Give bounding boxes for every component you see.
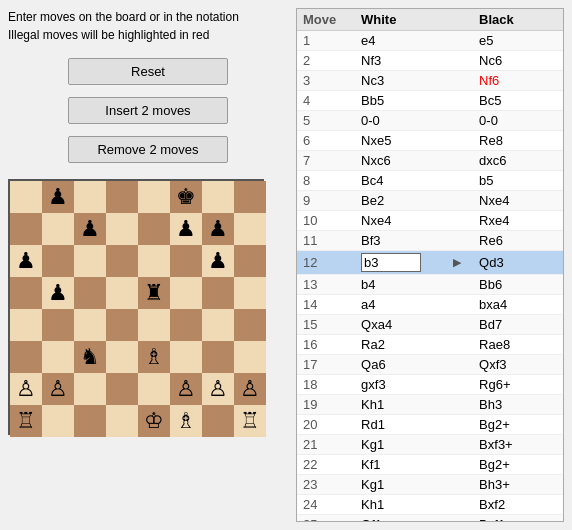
table-row[interactable]: 25Qf1Bxf1 [297,515,563,522]
square-0-1[interactable]: ♟ [42,181,74,213]
white-move[interactable]: Nxe4 [355,211,447,231]
black-move[interactable]: Nc6 [473,51,563,71]
square-4-7[interactable] [234,309,266,341]
square-0-2[interactable] [74,181,106,213]
square-0-6[interactable] [202,181,234,213]
table-row[interactable]: 10Nxe4Rxe4 [297,211,563,231]
black-move[interactable]: Nf6 [473,71,563,91]
table-row[interactable]: 50-00-0 [297,111,563,131]
table-row[interactable]: 13b4Bb6 [297,275,563,295]
white-move[interactable]: Bc4 [355,171,447,191]
table-row[interactable]: 12▶Qd3 [297,251,563,275]
black-move[interactable]: Rxe4 [473,211,563,231]
square-5-5[interactable] [170,341,202,373]
square-5-0[interactable] [10,341,42,373]
square-6-6[interactable]: ♙ [202,373,234,405]
table-row[interactable]: 4Bb5Bc5 [297,91,563,111]
square-2-5[interactable] [170,245,202,277]
black-move[interactable]: Bxf1 [473,515,563,522]
table-row[interactable]: 1e4e5 [297,31,563,51]
square-5-7[interactable] [234,341,266,373]
table-row[interactable]: 6Nxe5Re8 [297,131,563,151]
black-move[interactable]: Bc5 [473,91,563,111]
square-7-3[interactable] [106,405,138,437]
black-move[interactable]: Bb6 [473,275,563,295]
square-7-4[interactable]: ♔ [138,405,170,437]
table-row[interactable]: 15Qxa4Bd7 [297,315,563,335]
square-5-3[interactable] [106,341,138,373]
square-1-3[interactable] [106,213,138,245]
square-1-1[interactable] [42,213,74,245]
white-move[interactable]: Kg1 [355,435,447,455]
square-5-4[interactable]: ♗ [138,341,170,373]
table-row[interactable]: 22Kf1Bg2+ [297,455,563,475]
white-move[interactable]: Be2 [355,191,447,211]
white-move-input[interactable] [361,253,421,272]
table-row[interactable]: 20Rd1Bg2+ [297,415,563,435]
table-row[interactable]: 14a4bxa4 [297,295,563,315]
square-6-7[interactable]: ♙ [234,373,266,405]
black-move[interactable]: dxc6 [473,151,563,171]
square-6-0[interactable]: ♙ [10,373,42,405]
reset-button[interactable]: Reset [68,58,228,85]
black-move[interactable]: Qxf3 [473,355,563,375]
white-move[interactable]: Nf3 [355,51,447,71]
table-row[interactable]: 16Ra2Rae8 [297,335,563,355]
square-1-4[interactable] [138,213,170,245]
white-move[interactable]: Nc3 [355,71,447,91]
square-4-1[interactable] [42,309,74,341]
square-4-3[interactable] [106,309,138,341]
black-move[interactable]: bxa4 [473,295,563,315]
square-1-7[interactable] [234,213,266,245]
white-move[interactable]: Kh1 [355,495,447,515]
square-2-2[interactable] [74,245,106,277]
square-4-5[interactable] [170,309,202,341]
black-move[interactable]: Bxf3+ [473,435,563,455]
black-move[interactable]: e5 [473,31,563,51]
black-move[interactable]: Bd7 [473,315,563,335]
white-move[interactable]: Bf3 [355,231,447,251]
square-7-5[interactable]: ♗ [170,405,202,437]
square-3-4[interactable]: ♜ [138,277,170,309]
white-move[interactable] [355,251,447,275]
white-move[interactable]: Ra2 [355,335,447,355]
table-row[interactable]: 8Bc4b5 [297,171,563,191]
table-row[interactable]: 24Kh1Bxf2 [297,495,563,515]
square-2-7[interactable] [234,245,266,277]
white-move[interactable]: Bb5 [355,91,447,111]
chess-board[interactable]: ♟♚♟♟♟♟♟♟♜♞♗♙♙♙♙♙♖♔♗♖ [8,179,264,435]
square-7-6[interactable] [202,405,234,437]
remove-button[interactable]: Remove 2 moves [68,136,228,163]
move-table-wrapper[interactable]: Move White Black 1e4e52Nf3Nc63Nc3Nf64Bb5… [297,9,563,521]
black-move[interactable]: Rae8 [473,335,563,355]
square-6-1[interactable]: ♙ [42,373,74,405]
black-move[interactable]: 0-0 [473,111,563,131]
square-3-2[interactable] [74,277,106,309]
square-1-2[interactable]: ♟ [74,213,106,245]
square-7-7[interactable]: ♖ [234,405,266,437]
square-3-6[interactable] [202,277,234,309]
square-0-3[interactable] [106,181,138,213]
square-5-2[interactable]: ♞ [74,341,106,373]
square-6-3[interactable] [106,373,138,405]
black-move[interactable]: Qd3 [473,251,563,275]
white-move[interactable]: e4 [355,31,447,51]
square-4-2[interactable] [74,309,106,341]
white-move[interactable]: Kh1 [355,395,447,415]
white-move[interactable]: Qa6 [355,355,447,375]
square-2-0[interactable]: ♟ [10,245,42,277]
white-move[interactable]: 0-0 [355,111,447,131]
table-row[interactable]: 21Kg1Bxf3+ [297,435,563,455]
white-move[interactable]: a4 [355,295,447,315]
square-4-6[interactable] [202,309,234,341]
white-move[interactable]: Kf1 [355,455,447,475]
square-3-7[interactable] [234,277,266,309]
table-row[interactable]: 2Nf3Nc6 [297,51,563,71]
white-move[interactable]: Qf1 [355,515,447,522]
square-7-1[interactable] [42,405,74,437]
square-7-0[interactable]: ♖ [10,405,42,437]
table-row[interactable]: 11Bf3Re6 [297,231,563,251]
square-4-4[interactable] [138,309,170,341]
square-5-1[interactable] [42,341,74,373]
square-3-3[interactable] [106,277,138,309]
